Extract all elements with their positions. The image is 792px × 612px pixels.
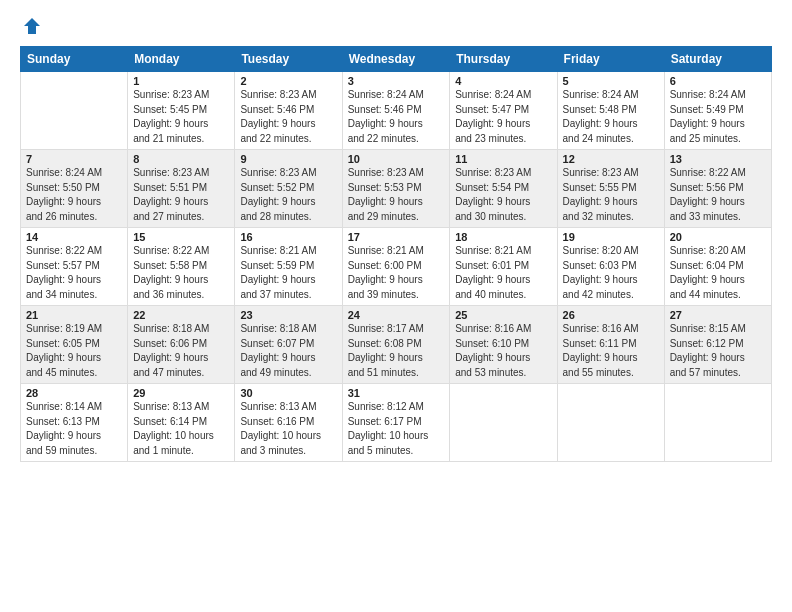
- logo-icon: [22, 16, 42, 36]
- calendar-cell: 3Sunrise: 8:24 AM Sunset: 5:46 PM Daylig…: [342, 72, 450, 150]
- logo: [20, 16, 42, 36]
- day-info: Sunrise: 8:24 AM Sunset: 5:46 PM Dayligh…: [348, 88, 445, 146]
- day-info: Sunrise: 8:21 AM Sunset: 6:01 PM Dayligh…: [455, 244, 551, 302]
- day-info: Sunrise: 8:13 AM Sunset: 6:16 PM Dayligh…: [240, 400, 336, 458]
- day-number: 1: [133, 75, 229, 87]
- day-info: Sunrise: 8:23 AM Sunset: 5:55 PM Dayligh…: [563, 166, 659, 224]
- calendar-header-sunday: Sunday: [21, 47, 128, 72]
- day-number: 7: [26, 153, 122, 165]
- calendar-week-row: 21Sunrise: 8:19 AM Sunset: 6:05 PM Dayli…: [21, 306, 772, 384]
- calendar-cell: 24Sunrise: 8:17 AM Sunset: 6:08 PM Dayli…: [342, 306, 450, 384]
- day-info: Sunrise: 8:23 AM Sunset: 5:51 PM Dayligh…: [133, 166, 229, 224]
- calendar-header-saturday: Saturday: [664, 47, 771, 72]
- calendar-cell: 6Sunrise: 8:24 AM Sunset: 5:49 PM Daylig…: [664, 72, 771, 150]
- calendar-week-row: 14Sunrise: 8:22 AM Sunset: 5:57 PM Dayli…: [21, 228, 772, 306]
- day-info: Sunrise: 8:13 AM Sunset: 6:14 PM Dayligh…: [133, 400, 229, 458]
- calendar-cell: 1Sunrise: 8:23 AM Sunset: 5:45 PM Daylig…: [128, 72, 235, 150]
- day-info: Sunrise: 8:22 AM Sunset: 5:57 PM Dayligh…: [26, 244, 122, 302]
- calendar-cell: 14Sunrise: 8:22 AM Sunset: 5:57 PM Dayli…: [21, 228, 128, 306]
- calendar-header-tuesday: Tuesday: [235, 47, 342, 72]
- day-number: 26: [563, 309, 659, 321]
- calendar-cell: 15Sunrise: 8:22 AM Sunset: 5:58 PM Dayli…: [128, 228, 235, 306]
- calendar-header-wednesday: Wednesday: [342, 47, 450, 72]
- day-number: 15: [133, 231, 229, 243]
- day-number: 25: [455, 309, 551, 321]
- day-number: 3: [348, 75, 445, 87]
- calendar-week-row: 28Sunrise: 8:14 AM Sunset: 6:13 PM Dayli…: [21, 384, 772, 462]
- day-info: Sunrise: 8:16 AM Sunset: 6:10 PM Dayligh…: [455, 322, 551, 380]
- day-info: Sunrise: 8:12 AM Sunset: 6:17 PM Dayligh…: [348, 400, 445, 458]
- day-number: 5: [563, 75, 659, 87]
- day-number: 2: [240, 75, 336, 87]
- calendar-week-row: 1Sunrise: 8:23 AM Sunset: 5:45 PM Daylig…: [21, 72, 772, 150]
- day-number: 4: [455, 75, 551, 87]
- day-number: 18: [455, 231, 551, 243]
- day-number: 10: [348, 153, 445, 165]
- day-number: 20: [670, 231, 766, 243]
- calendar-header-friday: Friday: [557, 47, 664, 72]
- calendar-cell: 23Sunrise: 8:18 AM Sunset: 6:07 PM Dayli…: [235, 306, 342, 384]
- day-info: Sunrise: 8:22 AM Sunset: 5:56 PM Dayligh…: [670, 166, 766, 224]
- day-number: 14: [26, 231, 122, 243]
- calendar-header-monday: Monday: [128, 47, 235, 72]
- calendar-cell: 20Sunrise: 8:20 AM Sunset: 6:04 PM Dayli…: [664, 228, 771, 306]
- day-info: Sunrise: 8:16 AM Sunset: 6:11 PM Dayligh…: [563, 322, 659, 380]
- day-number: 19: [563, 231, 659, 243]
- day-info: Sunrise: 8:23 AM Sunset: 5:53 PM Dayligh…: [348, 166, 445, 224]
- day-info: Sunrise: 8:20 AM Sunset: 6:03 PM Dayligh…: [563, 244, 659, 302]
- calendar-cell: 7Sunrise: 8:24 AM Sunset: 5:50 PM Daylig…: [21, 150, 128, 228]
- day-info: Sunrise: 8:18 AM Sunset: 6:06 PM Dayligh…: [133, 322, 229, 380]
- day-number: 9: [240, 153, 336, 165]
- day-info: Sunrise: 8:20 AM Sunset: 6:04 PM Dayligh…: [670, 244, 766, 302]
- day-number: 6: [670, 75, 766, 87]
- calendar-cell: 31Sunrise: 8:12 AM Sunset: 6:17 PM Dayli…: [342, 384, 450, 462]
- calendar-cell: [557, 384, 664, 462]
- day-number: 21: [26, 309, 122, 321]
- day-number: 29: [133, 387, 229, 399]
- day-number: 12: [563, 153, 659, 165]
- day-number: 23: [240, 309, 336, 321]
- calendar-cell: 18Sunrise: 8:21 AM Sunset: 6:01 PM Dayli…: [450, 228, 557, 306]
- calendar-cell: 10Sunrise: 8:23 AM Sunset: 5:53 PM Dayli…: [342, 150, 450, 228]
- page: SundayMondayTuesdayWednesdayThursdayFrid…: [0, 0, 792, 472]
- calendar-cell: 9Sunrise: 8:23 AM Sunset: 5:52 PM Daylig…: [235, 150, 342, 228]
- day-number: 11: [455, 153, 551, 165]
- header: [20, 16, 772, 36]
- calendar-cell: [21, 72, 128, 150]
- day-info: Sunrise: 8:23 AM Sunset: 5:52 PM Dayligh…: [240, 166, 336, 224]
- day-info: Sunrise: 8:23 AM Sunset: 5:54 PM Dayligh…: [455, 166, 551, 224]
- day-info: Sunrise: 8:22 AM Sunset: 5:58 PM Dayligh…: [133, 244, 229, 302]
- calendar-cell: 29Sunrise: 8:13 AM Sunset: 6:14 PM Dayli…: [128, 384, 235, 462]
- day-info: Sunrise: 8:24 AM Sunset: 5:47 PM Dayligh…: [455, 88, 551, 146]
- calendar-cell: 30Sunrise: 8:13 AM Sunset: 6:16 PM Dayli…: [235, 384, 342, 462]
- calendar-cell: 8Sunrise: 8:23 AM Sunset: 5:51 PM Daylig…: [128, 150, 235, 228]
- calendar-cell: 26Sunrise: 8:16 AM Sunset: 6:11 PM Dayli…: [557, 306, 664, 384]
- calendar-cell: 4Sunrise: 8:24 AM Sunset: 5:47 PM Daylig…: [450, 72, 557, 150]
- day-number: 24: [348, 309, 445, 321]
- calendar-cell: 27Sunrise: 8:15 AM Sunset: 6:12 PM Dayli…: [664, 306, 771, 384]
- calendar-cell: [664, 384, 771, 462]
- calendar-cell: 12Sunrise: 8:23 AM Sunset: 5:55 PM Dayli…: [557, 150, 664, 228]
- day-info: Sunrise: 8:18 AM Sunset: 6:07 PM Dayligh…: [240, 322, 336, 380]
- calendar-cell: 17Sunrise: 8:21 AM Sunset: 6:00 PM Dayli…: [342, 228, 450, 306]
- day-info: Sunrise: 8:24 AM Sunset: 5:50 PM Dayligh…: [26, 166, 122, 224]
- svg-marker-0: [24, 18, 40, 34]
- calendar-cell: 19Sunrise: 8:20 AM Sunset: 6:03 PM Dayli…: [557, 228, 664, 306]
- day-number: 27: [670, 309, 766, 321]
- calendar: SundayMondayTuesdayWednesdayThursdayFrid…: [20, 46, 772, 462]
- calendar-cell: 11Sunrise: 8:23 AM Sunset: 5:54 PM Dayli…: [450, 150, 557, 228]
- calendar-cell: [450, 384, 557, 462]
- day-number: 17: [348, 231, 445, 243]
- calendar-header-row: SundayMondayTuesdayWednesdayThursdayFrid…: [21, 47, 772, 72]
- day-info: Sunrise: 8:24 AM Sunset: 5:48 PM Dayligh…: [563, 88, 659, 146]
- day-number: 31: [348, 387, 445, 399]
- day-info: Sunrise: 8:24 AM Sunset: 5:49 PM Dayligh…: [670, 88, 766, 146]
- calendar-cell: 5Sunrise: 8:24 AM Sunset: 5:48 PM Daylig…: [557, 72, 664, 150]
- day-info: Sunrise: 8:14 AM Sunset: 6:13 PM Dayligh…: [26, 400, 122, 458]
- day-number: 16: [240, 231, 336, 243]
- calendar-cell: 28Sunrise: 8:14 AM Sunset: 6:13 PM Dayli…: [21, 384, 128, 462]
- day-number: 13: [670, 153, 766, 165]
- day-info: Sunrise: 8:17 AM Sunset: 6:08 PM Dayligh…: [348, 322, 445, 380]
- day-number: 28: [26, 387, 122, 399]
- calendar-cell: 16Sunrise: 8:21 AM Sunset: 5:59 PM Dayli…: [235, 228, 342, 306]
